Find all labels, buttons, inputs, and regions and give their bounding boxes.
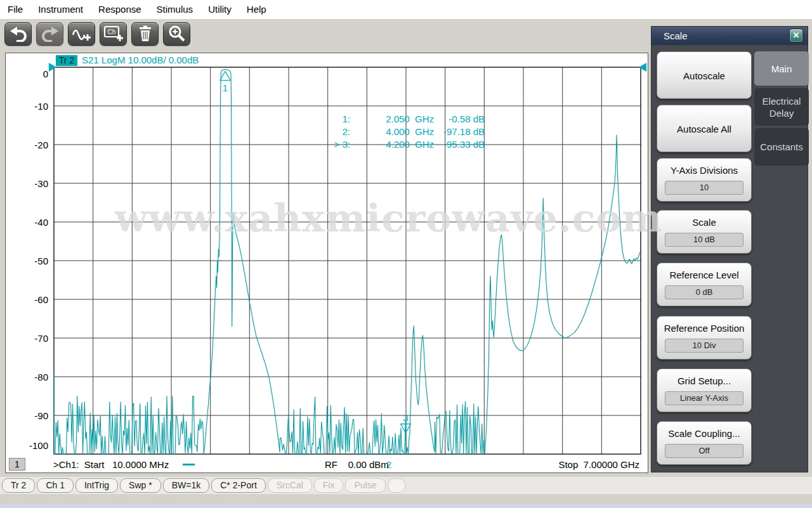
panel-button-y-axis-divisions[interactable]: Y-Axis Divisions10	[657, 158, 752, 202]
marker-readout-row: > 3:4.200 GHz-95.33 dB	[297, 139, 485, 152]
panel-button-value: 0 dB	[665, 285, 743, 299]
menu-item-response[interactable]: Response	[91, 0, 149, 19]
y-axis-tick: -20	[18, 140, 48, 150]
panel-button-reference-level[interactable]: Reference Level0 dB	[657, 263, 752, 306]
panel-button-label: Scale Coupling...	[657, 428, 751, 439]
status-button-pulse[interactable]: Pulse	[345, 478, 385, 493]
window-bottom-edge	[0, 504, 812, 508]
panel-button-label: Y-Axis Divisions	[657, 165, 751, 176]
rf-power-label: RF 0.00 dBm	[325, 459, 389, 470]
status-button-empty	[388, 478, 405, 493]
delete-button[interactable]	[131, 22, 159, 46]
menu-bar: FileInstrumentResponseStimulusUtilityHel…	[0, 0, 812, 19]
y-axis-tick: 0	[18, 68, 48, 79]
add-channel-icon: Ch	[103, 25, 124, 42]
redo-button[interactable]	[36, 22, 63, 46]
stop-frequency-label: Stop 7.00000 GHz	[546, 459, 639, 470]
marker-readout-frequency: 4.000 GHz	[350, 126, 434, 139]
marker-readout-id: 1:	[297, 114, 350, 126]
y-axis-tick: -30	[18, 178, 48, 189]
scale-panel-title[interactable]: Scale	[652, 27, 808, 45]
y-axis-tick: -10	[18, 101, 48, 112]
panel-button-label: Grid Setup...	[657, 375, 751, 386]
marker-readout-id: > 3:	[297, 139, 350, 152]
add-trace-button[interactable]	[68, 22, 95, 46]
y-axis-tick: -50	[18, 256, 48, 266]
panel-button-label: Scale	[657, 217, 751, 228]
status-button-fix[interactable]: Fix	[314, 478, 344, 493]
panel-button-value: Linear Y-Axis	[665, 391, 743, 405]
application-window: FileInstrumentResponseStimulusUtilityHel…	[0, 0, 812, 508]
undo-button[interactable]	[4, 22, 32, 46]
y-axis-tick: -70	[18, 333, 48, 344]
marker-readout-value: -0.58 dB	[434, 114, 485, 126]
panel-button-label: Autoscale	[674, 70, 735, 81]
tab-main[interactable]: Main	[754, 51, 809, 86]
menu-item-instrument[interactable]: Instrument	[30, 0, 91, 19]
status-button-tr-2[interactable]: Tr 2	[2, 478, 35, 493]
marker-readout-row: 2:4.000 GHz-97.18 dB	[297, 126, 485, 139]
close-icon[interactable]: ✕	[789, 29, 803, 42]
zoom-button[interactable]	[163, 22, 190, 46]
status-button-bw-1k[interactable]: BW=1k	[163, 478, 210, 493]
panel-button-autoscale-all[interactable]: Autoscale All	[657, 105, 752, 152]
tab-constants[interactable]: Constants	[754, 128, 809, 166]
marker-readout-id: 2:	[297, 126, 350, 139]
panel-button-value: 10 Div	[665, 339, 743, 353]
scale-panel: Scale ✕ AutoscaleAutoscale AllY-Axis Div…	[651, 26, 808, 472]
y-axis-tick: -40	[18, 217, 48, 228]
panel-button-label: Reference Level	[657, 270, 751, 280]
undo-icon	[9, 25, 28, 42]
add-trace-icon	[72, 25, 92, 42]
y-axis-tick: -60	[18, 294, 48, 305]
trace-title: S21 LogM 10.00dB/ 0.00dB	[82, 55, 199, 65]
y-axis-tick: -80	[18, 372, 48, 382]
menu-item-stimulus[interactable]: Stimulus	[149, 0, 201, 19]
panel-button-value: 10	[665, 181, 743, 195]
panel-button-grid-setup-[interactable]: Grid Setup...Linear Y-Axis	[657, 368, 752, 412]
panel-button-scale-coupling-[interactable]: Scale Coupling...Off	[657, 421, 752, 465]
panel-button-label: Autoscale All	[674, 123, 735, 134]
panel-button-reference-position[interactable]: Reference Position10 Div	[657, 316, 752, 360]
status-button-srccal[interactable]: SrcCal	[268, 478, 312, 493]
panel-button-value: 10 dB	[665, 233, 743, 247]
status-button-ch-1[interactable]: Ch 1	[37, 478, 74, 493]
marker-readout-frequency: 2.050 GHz	[350, 114, 434, 126]
panel-button-autoscale[interactable]: Autoscale	[657, 51, 752, 99]
status-button-swp-[interactable]: Swp *	[120, 478, 161, 493]
trash-icon	[137, 25, 154, 42]
channel-number-badge[interactable]: 1	[9, 458, 25, 471]
panel-button-label: Reference Position	[657, 323, 751, 334]
add-channel-button[interactable]: Ch	[100, 22, 127, 46]
marker-readout-row: 1:2.050 GHz-0.58 dB	[297, 114, 485, 126]
svg-text:Ch: Ch	[107, 29, 115, 36]
menu-item-help[interactable]: Help	[239, 0, 274, 19]
trace-color-indicator	[183, 464, 195, 466]
trace-badge[interactable]: Tr 2	[56, 55, 77, 66]
marker-readout: 1:2.050 GHz-0.58 dB2:4.000 GHz-97.18 dB>…	[297, 114, 485, 152]
menu-item-utility[interactable]: Utility	[200, 0, 239, 19]
y-axis-tick: -90	[18, 410, 48, 421]
y-axis-tick: -100	[18, 440, 48, 451]
status-button-c-2-port[interactable]: C* 2-Port	[211, 478, 266, 493]
marker-readout-value: -97.18 dB	[434, 126, 485, 139]
status-button-inttrig[interactable]: IntTrig	[75, 478, 118, 493]
panel-button-scale[interactable]: Scale10 dB	[657, 210, 752, 254]
marker-readout-frequency: 4.200 GHz	[350, 139, 434, 152]
tab-electrical-delay[interactable]: Electrical Delay	[754, 88, 809, 126]
zoom-in-icon	[168, 25, 186, 42]
panel-button-value: Off	[665, 444, 743, 458]
redo-icon	[41, 25, 60, 42]
menu-item-file[interactable]: File	[6, 0, 30, 19]
status-bar: Tr 2Ch 1IntTrigSwp *BW=1kC* 2-PortSrcCal…	[0, 477, 812, 494]
start-frequency-label: >Ch1: Start 10.0000 MHz	[53, 459, 169, 470]
marker-readout-value: -95.33 dB	[434, 139, 485, 152]
